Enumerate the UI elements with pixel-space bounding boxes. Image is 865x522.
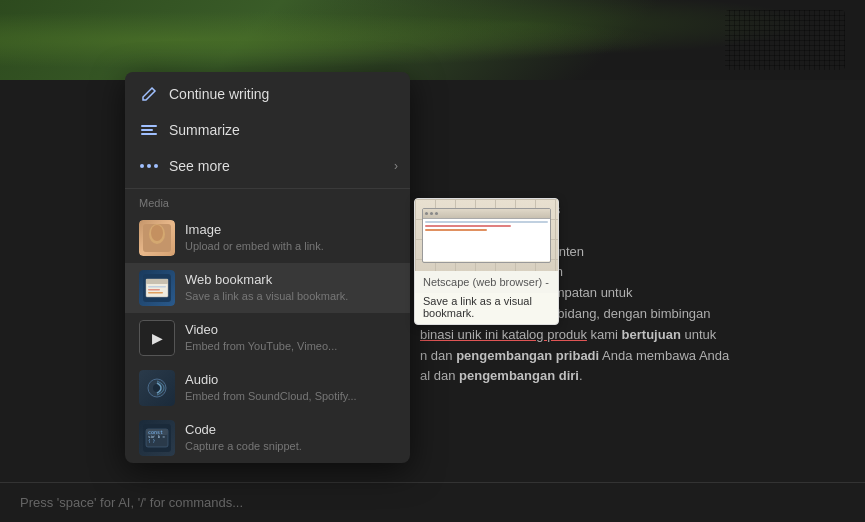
video-thumb-art [139, 320, 175, 356]
media-item-audio[interactable]: Audio Embed from SoundCloud, Spotify... [125, 363, 410, 413]
summarize-label: Summarize [169, 122, 240, 138]
decorative-dots [725, 10, 845, 70]
menu-item-see-more[interactable]: See more › [125, 148, 410, 184]
web-bookmark-thumbnail [139, 270, 175, 306]
image-item-text: Image Upload or embed with a link. [185, 222, 324, 253]
browser-dot-1 [425, 212, 428, 215]
audio-item-text: Audio Embed from SoundCloud, Spotify... [185, 372, 357, 403]
code-label: Code [185, 422, 302, 439]
pencil-icon [139, 84, 159, 104]
image-subtitle: Upload or embed with a link. [185, 239, 324, 253]
svg-text:{ }: { } [148, 438, 155, 443]
video-subtitle: Embed from YouTube, Vimeo... [185, 339, 337, 353]
tooltip-browser-mockup [415, 199, 558, 271]
dots-icon [139, 156, 159, 176]
web-bookmark-tooltip: Netscape (web browser) - Save a link as … [414, 198, 559, 325]
browser-toolbar [423, 209, 550, 219]
lines-icon [139, 120, 159, 140]
browser-body [423, 219, 550, 261]
code-subtitle: Capture a code snippet. [185, 439, 302, 453]
tooltip-description: Save a link as a visual bookmark. [415, 293, 558, 324]
svg-rect-6 [148, 286, 166, 288]
media-section-label: Media [125, 189, 410, 213]
web-thumb-art [139, 270, 175, 306]
browser-dot-3 [435, 212, 438, 215]
tooltip-preview-image [415, 199, 558, 271]
code-thumbnail: const var b = { } [139, 420, 175, 456]
browser-line-2 [425, 225, 511, 227]
menu-item-summarize[interactable]: Summarize [125, 112, 410, 148]
audio-thumb-art [139, 370, 175, 406]
highlight-pengembangan1: pengembangan pribadi [456, 348, 599, 363]
video-label: Video [185, 322, 337, 339]
web-bookmark-subtitle: Save a link as a visual bookmark. [185, 289, 348, 303]
tooltip-image-label: Netscape (web browser) - [415, 271, 558, 293]
media-item-video[interactable]: Video Embed from YouTube, Vimeo... [125, 313, 410, 363]
video-thumbnail [139, 320, 175, 356]
highlight-pengembangan2: pengembangan diri [459, 368, 579, 383]
image-thumb-art [139, 220, 175, 256]
browser-line-3 [425, 229, 486, 231]
browser-dot-2 [430, 212, 433, 215]
svg-rect-8 [148, 292, 163, 294]
continue-writing-label: Continue writing [169, 86, 269, 102]
image-label: Image [185, 222, 324, 239]
prompt-hint-text: Press 'space' for AI, '/' for commands..… [20, 495, 243, 510]
svg-rect-7 [148, 289, 160, 291]
audio-subtitle: Embed from SoundCloud, Spotify... [185, 389, 357, 403]
audio-label: Audio [185, 372, 357, 389]
image-thumbnail [139, 220, 175, 256]
context-menu: Continue writing Summarize See more › Me… [125, 72, 410, 463]
svg-rect-5 [146, 279, 168, 284]
browser-preview [422, 208, 551, 263]
web-bookmark-label: Web bookmark [185, 272, 348, 289]
video-item-text: Video Embed from YouTube, Vimeo... [185, 322, 337, 353]
browser-line-1 [425, 221, 548, 223]
media-item-code[interactable]: const var b = { } Code Capture a code sn… [125, 413, 410, 463]
ai-menu-section: Continue writing Summarize See more › [125, 72, 410, 189]
highlight-katalog: binasi unik ini katalog produk [420, 327, 587, 342]
web-bookmark-item-text: Web bookmark Save a link as a visual boo… [185, 272, 348, 303]
audio-thumbnail [139, 370, 175, 406]
media-section: Media Image Upload or embed with a link. [125, 189, 410, 463]
see-more-label: See more [169, 158, 230, 174]
header-background [0, 0, 865, 80]
media-item-web-bookmark[interactable]: Web bookmark Save a link as a visual boo… [125, 263, 410, 313]
bottom-prompt-bar: Press 'space' for AI, '/' for commands..… [0, 482, 865, 522]
chevron-right-icon: › [394, 159, 398, 173]
svg-point-2 [151, 225, 163, 241]
code-thumb-art: const var b = { } [139, 420, 175, 456]
code-item-text: Code Capture a code snippet. [185, 422, 302, 453]
media-item-image[interactable]: Image Upload or embed with a link. [125, 213, 410, 263]
menu-item-continue-writing[interactable]: Continue writing [125, 76, 410, 112]
highlight-bertujuan: bertujuan [622, 327, 681, 342]
